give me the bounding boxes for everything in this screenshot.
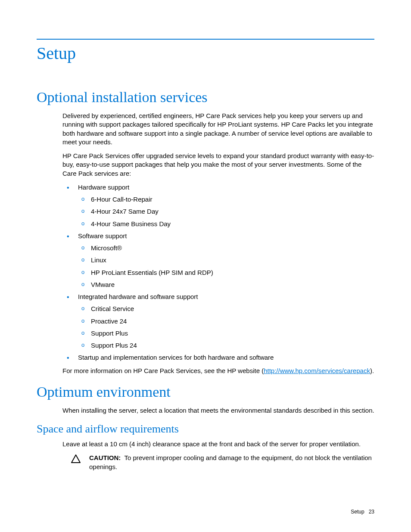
svg-marker-0 xyxy=(72,455,80,463)
list-item: Support Plus 24 xyxy=(78,341,374,350)
caution-block: CAUTION: To prevent improper cooling and… xyxy=(62,454,374,471)
list-item: Integrated hardware and software support… xyxy=(62,292,374,350)
chapter-title: Setup xyxy=(37,43,374,63)
sub-list: Critical Service Proactive 24 Support Pl… xyxy=(78,305,374,350)
more-info-suffix: ). xyxy=(370,367,374,374)
list-item: VMware xyxy=(78,280,374,289)
space-body: Leave at least a 10 cm (4 inch) clearanc… xyxy=(62,440,374,448)
list-item: Proactive 24 xyxy=(78,317,374,326)
paragraph: When installing the server, select a loc… xyxy=(62,406,374,415)
list-item: Hardware support 6-Hour Call-to-Repair 4… xyxy=(62,183,374,228)
more-info-prefix: For more information on HP Care Pack Ser… xyxy=(62,367,264,374)
list-item: 4-Hour Same Business Day xyxy=(78,220,374,228)
more-info-paragraph: For more information on HP Care Pack Ser… xyxy=(62,367,374,375)
sub-list: 6-Hour Call-to-Repair 4-Hour 24x7 Same D… xyxy=(78,195,374,228)
top-rule xyxy=(37,39,374,40)
bullet-list: Hardware support 6-Hour Call-to-Repair 4… xyxy=(62,183,374,362)
caution-body: To prevent improper cooling and damage t… xyxy=(89,454,372,470)
list-item: Critical Service xyxy=(78,305,374,313)
list-item: Linux xyxy=(78,256,374,264)
footer-page-number: 23 xyxy=(369,509,374,515)
list-item-label: Software support xyxy=(78,232,127,240)
services-body: Delivered by experienced, certified engi… xyxy=(62,112,374,375)
paragraph: Delivered by experienced, certified engi… xyxy=(62,112,374,146)
list-item: 4-Hour 24x7 Same Day xyxy=(78,207,374,216)
list-item: Startup and implementation services for … xyxy=(62,353,374,362)
section-heading-environment: Optimum environment xyxy=(37,384,374,400)
list-item: Microsoft® xyxy=(78,244,374,252)
section-heading-services: Optional installation services xyxy=(37,89,374,106)
caution-label: CAUTION: xyxy=(89,454,121,461)
list-item-label: Hardware support xyxy=(78,184,129,191)
list-item-label: Integrated hardware and software support xyxy=(78,293,198,300)
environment-body: When installing the server, select a loc… xyxy=(62,406,374,415)
paragraph: HP Care Pack Services offer upgraded ser… xyxy=(62,152,374,178)
list-item: Software support Microsoft® Linux HP Pro… xyxy=(62,232,374,289)
list-item: Support Plus xyxy=(78,329,374,338)
page: Setup Optional installation services Del… xyxy=(0,0,411,532)
footer-section: Setup xyxy=(351,509,364,515)
paragraph: Leave at least a 10 cm (4 inch) clearanc… xyxy=(62,440,374,448)
carepack-link[interactable]: http://www.hp.com/services/carepack xyxy=(264,367,370,374)
caution-icon xyxy=(71,454,81,465)
caution-text: CAUTION: To prevent improper cooling and… xyxy=(89,454,374,471)
sub-list: Microsoft® Linux HP ProLiant Essentials … xyxy=(78,244,374,289)
list-item: 6-Hour Call-to-Repair xyxy=(78,195,374,204)
page-footer: Setup 23 xyxy=(351,509,374,515)
list-item: HP ProLiant Essentials (HP SIM and RDP) xyxy=(78,268,374,277)
subsection-heading-space: Space and airflow requirements xyxy=(37,423,374,436)
